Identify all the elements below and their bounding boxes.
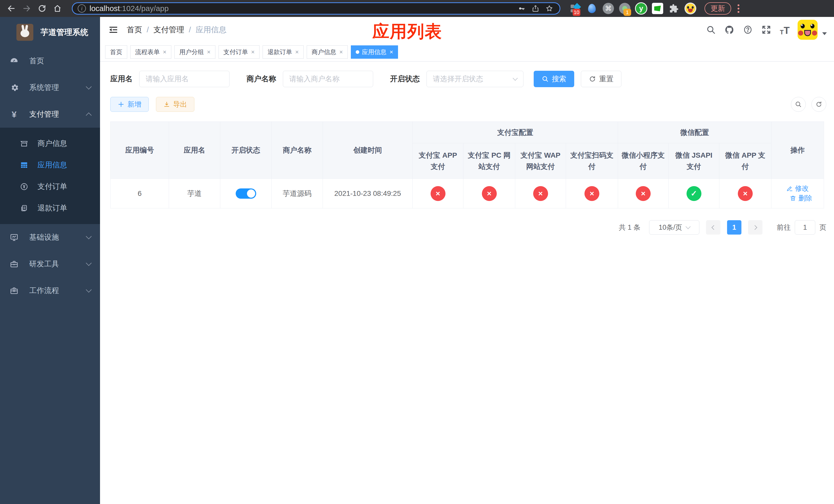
sidebar-item-devtools[interactable]: 研发工具: [0, 251, 100, 277]
browser-reload-icon[interactable]: [36, 2, 49, 15]
col-header-status: 开启状态: [220, 122, 271, 179]
merchant-name-input[interactable]: [283, 71, 373, 87]
avatar-caret-icon[interactable]: [822, 32, 827, 35]
font-size-icon[interactable]: TT: [779, 24, 790, 36]
goto-label: 前往: [777, 223, 791, 232]
tab-pay-order[interactable]: 支付订单×: [219, 45, 260, 59]
search-button[interactable]: 搜索: [534, 71, 574, 87]
extension-diamond-icon[interactable]: 10: [569, 2, 583, 15]
share-icon[interactable]: [530, 3, 541, 14]
sidebar-item-app-info[interactable]: 应用信息: [0, 154, 100, 176]
export-button[interactable]: 导出: [156, 97, 194, 112]
cell-app-name: 芋道: [169, 179, 220, 208]
goto-page-input[interactable]: [795, 220, 815, 234]
close-icon[interactable]: ×: [207, 48, 211, 55]
sidebar-item-refund-order[interactable]: 退款订单: [0, 198, 100, 219]
row-status-toggle[interactable]: [236, 188, 256, 199]
site-info-icon[interactable]: i: [78, 4, 86, 13]
browser-menu-icon[interactable]: [736, 4, 741, 13]
cell-alipay-wap: ×: [515, 179, 566, 208]
page-annotation: 应用列表: [372, 20, 442, 43]
github-icon[interactable]: [724, 24, 735, 36]
documents-icon: [20, 204, 28, 212]
status-badge: ×: [533, 186, 548, 201]
sidebar-item-home[interactable]: 首页: [0, 48, 100, 74]
col-header-created: 创建时间: [323, 122, 413, 179]
sidebar-item-merchant-info[interactable]: 商户信息: [0, 133, 100, 154]
help-icon[interactable]: [742, 24, 753, 36]
browser-home-icon[interactable]: [51, 2, 64, 15]
add-button[interactable]: 新增: [110, 97, 149, 112]
sidebar-item-system[interactable]: 系统管理: [0, 74, 100, 101]
url-text[interactable]: localhost:1024/pay/app: [89, 4, 513, 13]
page-size-select[interactable]: 10条/页: [649, 220, 699, 234]
extension-recorder-icon[interactable]: 1: [618, 2, 632, 15]
user-avatar[interactable]: [797, 20, 818, 40]
close-icon[interactable]: ×: [390, 48, 393, 55]
col-header-merchant: 商户名称: [271, 122, 323, 179]
tab-merchant-info[interactable]: 商户信息×: [307, 45, 348, 59]
cell-merchant: 芋道源码: [271, 179, 323, 208]
status-label: 开启状态: [390, 74, 420, 84]
table-toolbar: 新增 导出: [110, 97, 826, 112]
tab-home[interactable]: 首页: [105, 45, 127, 59]
sidebar-fold-icon[interactable]: [108, 24, 119, 36]
sidebar-item-pay[interactable]: ¥ 支付管理: [0, 101, 100, 128]
sidebar-item-infra[interactable]: 基础设施: [0, 224, 100, 251]
close-icon[interactable]: ×: [295, 48, 299, 55]
url-bar[interactable]: i localhost:1024/pay/app: [72, 2, 561, 15]
extension-y-icon[interactable]: y: [634, 2, 648, 15]
status-select[interactable]: 请选择开启状态: [426, 71, 523, 87]
prev-page-button[interactable]: [706, 220, 720, 234]
refresh-table-button[interactable]: [811, 97, 826, 112]
col-header-alipay-pc: 支付宝 PC 网站支付: [463, 143, 515, 179]
fullscreen-icon[interactable]: [761, 24, 772, 36]
cell-wechat-mini: ×: [618, 179, 668, 208]
extension-command-icon[interactable]: ⌘: [601, 2, 615, 15]
hide-search-button[interactable]: [791, 97, 806, 112]
extension-badge: 10: [573, 9, 580, 16]
breadcrumb-home[interactable]: 首页: [127, 25, 142, 35]
breadcrumb-pay[interactable]: 支付管理: [153, 25, 184, 35]
cell-wechat-app: ×: [719, 179, 771, 208]
sidebar-item-pay-order[interactable]: 支付订单: [0, 176, 100, 198]
refresh-icon: [589, 75, 596, 83]
pagination: 共 1 条 10条/页 1 前往 页: [110, 220, 826, 234]
app-name-input[interactable]: [139, 71, 229, 87]
close-icon[interactable]: ×: [163, 48, 167, 55]
status-badge: ×: [431, 186, 445, 201]
next-page-button[interactable]: [748, 220, 763, 234]
extension-balloon-icon[interactable]: [585, 2, 599, 15]
extensions-puzzle-icon[interactable]: [667, 2, 681, 15]
chevron-down-icon: [86, 233, 92, 239]
app-table: 应用编号 应用名 开启状态 商户名称 创建时间 支付宝配置 微信配置 操作 支付…: [110, 121, 824, 208]
briefcase-icon: [10, 287, 19, 295]
breadcrumb: 首页 / 支付管理 / 应用信息: [127, 25, 226, 35]
browser-update-button[interactable]: 更新: [704, 2, 731, 15]
profile-avatar-icon[interactable]: [683, 2, 697, 15]
close-icon[interactable]: ×: [251, 48, 255, 55]
reset-button[interactable]: 重置: [581, 71, 621, 87]
tab-user-group[interactable]: 用户分组×: [174, 45, 215, 59]
plus-icon: [118, 101, 124, 108]
browser-forward-icon[interactable]: [20, 2, 33, 15]
delete-button[interactable]: 删除: [790, 193, 812, 203]
tab-refund-order[interactable]: 退款订单×: [263, 45, 304, 59]
page-number-1[interactable]: 1: [727, 220, 741, 234]
extension-chat-icon[interactable]: [651, 2, 664, 15]
pay-submenu: 商户信息 应用信息 支付订单 退款订单: [0, 128, 100, 224]
dashboard-icon: [10, 56, 19, 65]
col-header-ops: 操作: [771, 122, 824, 179]
sidebar-item-workflow[interactable]: 工作流程: [0, 277, 100, 304]
edit-button[interactable]: 修改: [786, 184, 809, 193]
close-icon[interactable]: ×: [339, 48, 343, 55]
app-title: 芋道管理系统: [41, 27, 88, 38]
header-search-icon[interactable]: [705, 24, 717, 36]
password-key-icon[interactable]: [517, 3, 527, 14]
cell-wechat-jsapi: ✓: [668, 179, 719, 208]
sidebar-logo[interactable]: 芋道管理系统: [0, 17, 100, 48]
browser-back-icon[interactable]: [5, 2, 18, 15]
tab-process-form[interactable]: 流程表单×: [130, 45, 171, 59]
tab-app-info[interactable]: 应用信息×: [351, 45, 398, 59]
bookmark-star-icon[interactable]: [544, 3, 554, 14]
